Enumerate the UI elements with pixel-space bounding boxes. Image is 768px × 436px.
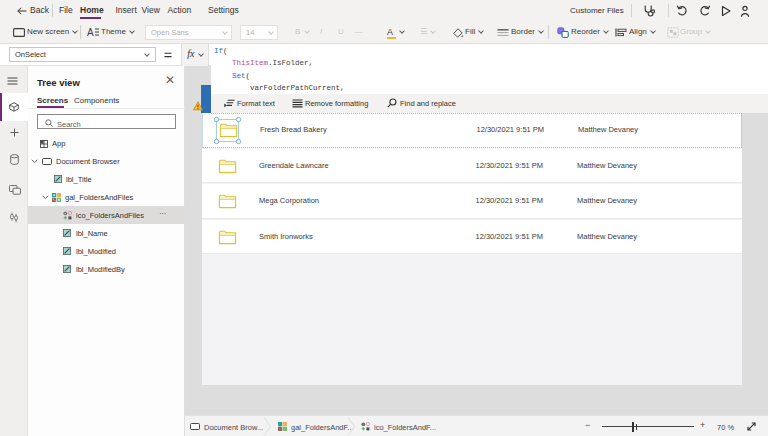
svg-text:A: A [87,27,94,38]
